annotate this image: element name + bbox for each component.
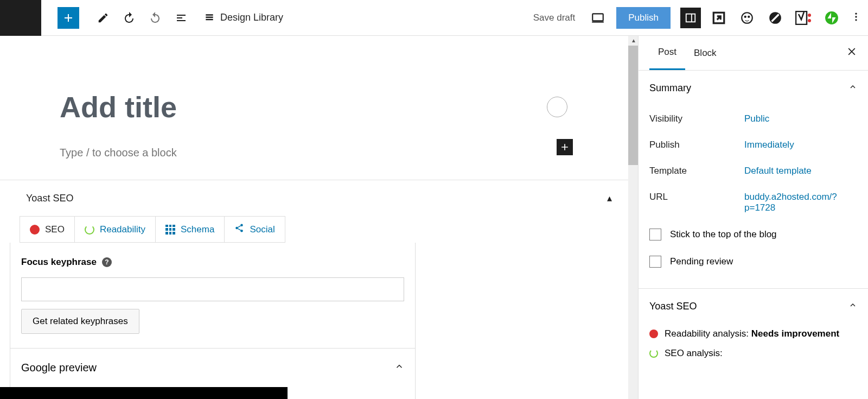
redo-icon [149, 11, 162, 24]
sidebar-yoast-label: Yoast SEO [649, 301, 697, 312]
list-icon [175, 11, 188, 24]
svg-point-13 [855, 12, 857, 14]
jetpack-button[interactable] [821, 8, 842, 28]
block-prompt[interactable]: Type / to choose a block [60, 147, 578, 159]
close-sidebar-button[interactable] [846, 46, 857, 60]
readability-dot-icon [649, 330, 658, 338]
yoast-tab-social[interactable]: Social [225, 217, 284, 242]
related-keyphrases-button[interactable]: Get related keyphrases [21, 309, 139, 334]
plus-icon [62, 11, 75, 24]
save-draft-button[interactable]: Save draft [533, 12, 576, 23]
url-label: URL [649, 192, 744, 213]
tab-schema-label: Schema [181, 224, 214, 235]
pending-label: Pending review [670, 256, 733, 267]
help-icon[interactable]: ? [102, 257, 112, 267]
yoast-icon [795, 11, 812, 25]
yoast-tab-readability[interactable]: Readability [75, 217, 156, 242]
visibility-label: Visibility [649, 113, 744, 124]
seo-analysis-text: SEO analysis: [665, 348, 723, 359]
sidebar-icon [685, 12, 697, 24]
svg-rect-1 [686, 14, 695, 22]
plugin-button-2[interactable] [737, 8, 757, 28]
publish-label: Publish [649, 140, 744, 150]
plugin-button-1[interactable] [709, 8, 729, 28]
focus-keyphrase-label: Focus keyphrase [21, 257, 97, 268]
yoast-tab-schema[interactable]: Schema [156, 217, 225, 242]
yoast-tab-seo[interactable]: SEO [20, 217, 75, 242]
box-arrow-icon [712, 11, 726, 25]
summary-label: Summary [649, 83, 691, 94]
wp-logo[interactable] [0, 0, 41, 36]
url-value[interactable]: buddy.a2hosted.com/?p=1728 [744, 192, 857, 213]
owl-icon [740, 11, 754, 25]
seo-spin-icon [649, 349, 658, 358]
template-label: Template [649, 166, 744, 176]
share-icon [234, 223, 244, 236]
schema-icon [165, 225, 175, 235]
design-library-label: Design Library [220, 12, 283, 23]
chevron-up-icon [394, 362, 404, 374]
pending-checkbox[interactable] [649, 256, 661, 268]
more-options-button[interactable] [851, 10, 861, 26]
svg-rect-0 [592, 14, 603, 21]
blocked-icon [768, 11, 782, 25]
svg-point-14 [855, 16, 857, 17]
google-preview-toggle[interactable]: Google preview [21, 362, 404, 374]
svg-point-5 [744, 15, 746, 17]
undo-button[interactable] [116, 5, 142, 31]
plus-icon [559, 142, 570, 153]
svg-point-11 [808, 19, 811, 22]
settings-sidebar-toggle[interactable] [680, 8, 701, 28]
google-preview-label: Google preview [21, 362, 97, 374]
undo-icon [123, 11, 136, 24]
svg-point-12 [825, 11, 838, 24]
device-icon [591, 11, 605, 25]
svg-point-16 [241, 224, 244, 227]
summary-toggle[interactable]: Summary [639, 71, 868, 106]
kebab-icon [851, 10, 861, 23]
tab-seo-label: SEO [45, 224, 65, 235]
document-overview-button[interactable] [168, 5, 194, 31]
preview-button[interactable] [585, 5, 611, 31]
svg-point-4 [742, 12, 752, 23]
close-icon [846, 46, 857, 57]
publish-button[interactable]: Publish [616, 7, 671, 29]
svg-point-6 [748, 15, 750, 17]
publish-value[interactable]: Immediately [744, 140, 857, 150]
svg-point-10 [808, 14, 811, 17]
design-library-button[interactable]: Design Library [204, 12, 283, 23]
chevron-up-icon [848, 83, 857, 94]
tab-readability-label: Readability [100, 224, 145, 235]
chevron-up-icon [848, 301, 857, 312]
readability-status-icon [85, 225, 94, 235]
svg-point-17 [236, 227, 239, 230]
design-library-icon [204, 12, 215, 23]
yoast-heading: Yoast SEO [26, 193, 73, 204]
sidebar-yoast-toggle[interactable]: Yoast SEO [639, 289, 868, 324]
stick-checkbox[interactable] [649, 229, 661, 240]
featured-image-placeholder[interactable] [547, 97, 567, 117]
tab-social-label: Social [250, 224, 275, 235]
template-value[interactable]: Default template [744, 166, 857, 176]
post-title-input[interactable]: Add title [60, 90, 578, 124]
jetpack-icon [825, 11, 839, 25]
seo-status-icon [30, 225, 40, 235]
bottom-bar [0, 387, 288, 399]
caret-up-icon: ▴ [607, 192, 612, 204]
redo-button[interactable] [142, 5, 168, 31]
svg-point-15 [855, 19, 857, 21]
inline-add-block-button[interactable] [557, 139, 573, 155]
yoast-panel-toggle[interactable]: Yoast SEO ▴ [0, 180, 638, 216]
sidebar-tab-post[interactable]: Post [649, 36, 685, 70]
add-block-button[interactable] [58, 7, 79, 29]
visibility-value[interactable]: Public [744, 113, 857, 124]
pencil-icon [97, 12, 109, 24]
edit-tool-button[interactable] [90, 5, 116, 31]
plugin-button-3[interactable] [765, 8, 786, 28]
focus-keyphrase-input[interactable] [21, 277, 404, 301]
sidebar-tab-block[interactable]: Block [685, 37, 725, 69]
yoast-plugin-button[interactable] [793, 8, 814, 28]
svg-point-18 [241, 230, 244, 232]
readability-analysis-text: Readability analysis: Needs improvement [665, 328, 839, 339]
stick-label: Stick to the top of the blog [670, 229, 777, 240]
